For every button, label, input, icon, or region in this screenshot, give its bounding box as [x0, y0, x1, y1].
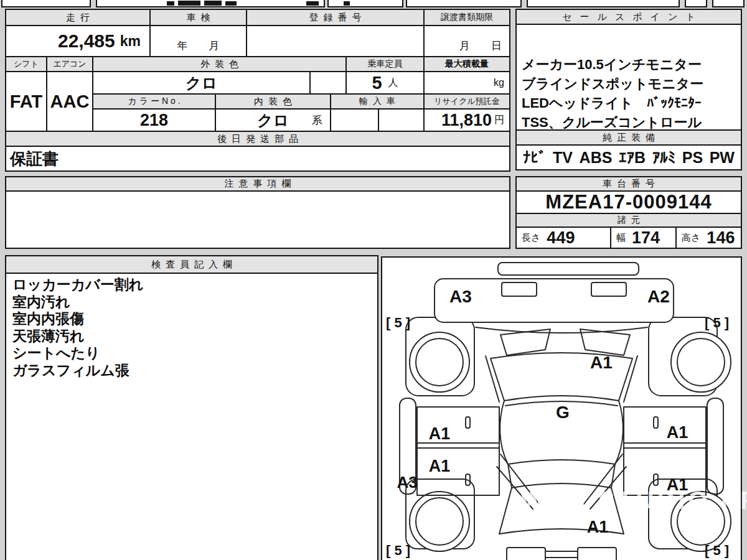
specs-header: 諸元 — [515, 213, 742, 228]
transfer-deadline-value: 月 日 — [423, 25, 510, 57]
list-item: ガラスフィルム張 — [12, 362, 371, 380]
roof-rear-edge — [508, 460, 615, 464]
interior-color-header: 内装色 — [215, 93, 331, 110]
max-load-unit: kg — [494, 77, 504, 88]
mileage-unit: km — [120, 33, 141, 50]
recycle-deposit-value: 11,810円 — [423, 108, 510, 132]
list-item: ｱﾙﾐ — [652, 149, 676, 167]
spec-width-value: 174 — [632, 228, 660, 248]
list-item: ﾅﾋﾞ — [523, 149, 547, 167]
sales-points-body: メーカー10.5インチモニターブラインドスポットモニターLEDヘッドライト ﾊﾞ… — [515, 24, 742, 131]
exterior-color-header: 外装色 — [92, 56, 347, 72]
interior-color-suffix: 系 — [312, 113, 322, 128]
later-parts-value: 保証書 — [5, 146, 510, 172]
import-value-subcell — [378, 108, 425, 132]
spec-length: 長さ 449 — [515, 226, 611, 249]
diagram-panel: A3 A2 [ 5 ] [ 5 ] [ 5 ] [ 5 ] A1 G A1 A1… — [381, 256, 742, 560]
inspector-panel: 検査員記入欄 ロッカーカバー割れ室内汚れ室内内張傷天張薄汚れシートへたりガラスフ… — [5, 255, 378, 560]
capacity-number: 5 — [372, 73, 382, 93]
damage-label-roof: G — [556, 403, 570, 422]
auction-sheet: 走行 車検 登録番号 譲渡書類期限 22,485km 年 月 月 日 シフト エ… — [0, 0, 747, 560]
door-divider-right — [624, 443, 706, 448]
caution-header: 注意事項欄 — [5, 176, 510, 192]
cutoff-row-cell — [685, 0, 707, 7]
spec-width: 幅 174 — [610, 226, 677, 249]
list-item: ブラインドスポットモニター — [522, 74, 736, 93]
max-load-value: kg — [423, 71, 510, 95]
recycle-deposit-header: リサイクル預託金 — [423, 93, 510, 110]
spec-height-label: 高さ — [682, 232, 700, 244]
shaken-value: 年 月 — [149, 25, 247, 57]
list-item: PS — [682, 149, 703, 167]
wheels — [410, 332, 731, 551]
list-item: 天張薄汚れ — [12, 328, 371, 345]
cutoff-row-cell — [327, 0, 403, 7]
registration-value — [246, 25, 425, 57]
cowl-line — [476, 327, 647, 333]
damage-label-front-left: A3 — [449, 287, 472, 306]
front-bumper-bar — [498, 263, 639, 275]
cutoff-text-fragment — [225, 1, 237, 6]
recycle-unit: 円 — [494, 114, 504, 127]
damage-label-door-front-right: A1 — [667, 423, 688, 442]
damage-label-door-front-left: A1 — [429, 424, 451, 443]
inspector-notes: ロッカーカバー割れ室内汚れ室内内張傷天張薄汚れシートへたりガラスフィルム張 — [6, 274, 377, 381]
caution-body — [5, 190, 510, 249]
tail-light-left-icon — [507, 548, 545, 560]
import-value-cell — [330, 108, 379, 132]
capacity-unit: 人 — [388, 77, 398, 90]
list-item: ｴｱB — [619, 149, 646, 167]
wheel-rim — [677, 338, 725, 386]
mileage-value: 22,485km — [5, 25, 151, 57]
exterior-color-subcell — [309, 71, 347, 95]
list-item: ABS — [580, 149, 613, 167]
max-load-header: 最大積載量 — [423, 56, 510, 72]
spec-height-value: 146 — [707, 228, 735, 248]
wheel-rim — [416, 338, 463, 386]
transfer-deadline-header: 譲渡書類期限 — [423, 9, 510, 26]
spec-height: 高さ 146 — [675, 226, 742, 249]
spec-width-label: 幅 — [616, 232, 626, 244]
capacity-value: 5人 — [345, 71, 425, 95]
color-no-value: 218 — [92, 108, 216, 132]
aircon-header: エアコン — [46, 56, 93, 72]
list-item: TV — [553, 149, 573, 167]
list-item: シートへたり — [12, 345, 371, 362]
cutoff-row-cell — [1, 0, 91, 7]
aircon-value: AAC — [46, 71, 93, 132]
damage-label-rear-window: A1 — [587, 518, 609, 536]
cutoff-row-cell — [406, 0, 522, 7]
damage-label-front-right: A2 — [647, 287, 670, 306]
shift-header: シフト — [5, 56, 47, 72]
chassis-number-header: 車台番号 — [515, 176, 742, 192]
list-item: 室内汚れ — [12, 294, 371, 311]
later-parts-header: 後日発送部品 — [5, 131, 510, 147]
door-divider-left — [417, 443, 499, 448]
cutoff-text-fragment — [306, 1, 319, 6]
cutoff-row-cell — [527, 0, 680, 7]
tire-label-rear-right: [ 5 ] — [705, 543, 729, 558]
door-handle-icon — [466, 417, 470, 428]
color-no-header: カラーNo. — [92, 93, 216, 110]
tail-light-right-icon — [578, 548, 616, 560]
doors-left — [417, 407, 499, 495]
wheel-rim — [677, 498, 725, 545]
tire-label-front-left: [ 5 ] — [386, 315, 410, 330]
rear-bumper-lines — [545, 551, 578, 558]
recycle-number: 11,810 — [441, 111, 492, 130]
list-item: PW — [710, 149, 735, 167]
shaken-header: 車検 — [149, 9, 247, 26]
interior-color-name: クロ — [257, 110, 289, 131]
equipment-row: ﾅﾋﾞTVABSｴｱBｱﾙﾐPSPW — [515, 144, 742, 170]
tire-label-rear-left: [ 5 ] — [386, 543, 410, 558]
damage-label-door-rear-right: A1 — [667, 475, 688, 494]
list-item: LEDヘッドライト ﾊﾞｯｸﾓﾆﾀｰ — [522, 93, 736, 113]
tire-label-front-right: [ 5 ] — [705, 315, 729, 330]
capacity-header: 乗車定員 — [345, 56, 425, 72]
cowl-vent-right — [580, 329, 630, 355]
exterior-color-value: クロ — [92, 71, 311, 95]
spec-length-value: 449 — [547, 228, 575, 248]
list-item: メーカー10.5インチモニター — [522, 55, 736, 74]
wheel-rim — [416, 498, 463, 545]
import-header: 輸入車 — [330, 93, 425, 110]
